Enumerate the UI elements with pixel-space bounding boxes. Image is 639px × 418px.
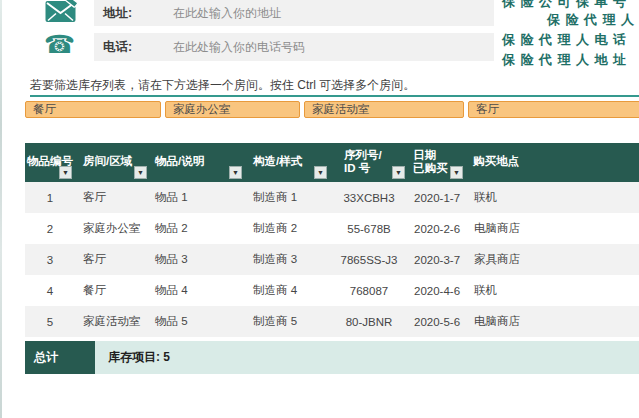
cell-room[interactable]: 餐厅: [75, 283, 150, 298]
filter-dropdown-icon[interactable]: [450, 166, 463, 179]
header-date-purchased: 日期 已购买: [408, 143, 466, 182]
cell-make[interactable]: 制造商 4: [245, 283, 330, 298]
header-serial-id: 序列号/ ID 号: [330, 143, 408, 182]
filter-dropdown-icon[interactable]: [229, 166, 242, 179]
cell-item-number[interactable]: 5: [25, 316, 75, 328]
cell-date[interactable]: 2020-3-7: [408, 254, 466, 266]
cell-serial[interactable]: 33XCBH3: [330, 192, 408, 204]
cell-room[interactable]: 家庭办公室: [75, 221, 150, 236]
header-item-number: 物品编号: [25, 143, 75, 182]
cell-room[interactable]: 客厅: [75, 190, 150, 205]
cell-place[interactable]: 联机: [466, 283, 639, 298]
address-row: 地址: 在此处输入你的地址: [94, 0, 494, 26]
cell-place[interactable]: 电脑商店: [466, 221, 639, 236]
table-row: 5 家庭活动室 物品 5 制造商 5 80-JBNR 2020-5-6 电脑商店: [25, 306, 639, 337]
phone-input[interactable]: 在此处输入你的电话号码: [173, 39, 305, 56]
slicer-divider: [30, 95, 639, 97]
insurance-policy-number-label: 保险公司保单号: [502, 0, 632, 11]
slicer-dining-room[interactable]: 餐厅: [25, 101, 161, 118]
table-row: 3 客厅 物品 3 制造商 3 7865SS-J3 2020-3-7 家具商店: [25, 244, 639, 275]
cell-item-number[interactable]: 4: [25, 285, 75, 297]
total-label: 总计: [25, 341, 95, 374]
cell-serial[interactable]: 7865SS-J3: [330, 254, 408, 266]
insurance-agent-label: 保险代理人: [547, 11, 639, 29]
cell-item[interactable]: 物品 3: [150, 252, 245, 267]
header-purchase-place: 购买地点: [466, 143, 639, 182]
filter-hint: 若要筛选库存列表，请在下方选择一个房间。按住 Ctrl 可选择多个房间。: [30, 77, 415, 94]
cell-date[interactable]: 2020-5-6: [408, 316, 466, 328]
envelope-icon: [45, 0, 78, 28]
slicer-living-room[interactable]: 客厅: [468, 101, 639, 118]
phone-row: 电话: 在此处输入你的电话号码: [94, 33, 494, 61]
total-count: 库存项目: 5: [95, 341, 639, 374]
filter-dropdown-icon[interactable]: [59, 166, 72, 179]
table-row: 1 客厅 物品 1 制造商 1 33XCBH3 2020-1-7 联机: [25, 182, 639, 213]
cell-serial[interactable]: 55-678B: [330, 223, 408, 235]
address-label: 地址:: [94, 5, 173, 22]
cell-item[interactable]: 物品 5: [150, 314, 245, 329]
cell-item-number[interactable]: 3: [25, 254, 75, 266]
cell-item[interactable]: 物品 1: [150, 190, 245, 205]
table-row: 4 餐厅 物品 4 制造商 4 768087 2020-4-6 联机: [25, 275, 639, 306]
insurance-agent-address-label: 保险代理人地址: [502, 51, 632, 69]
address-input[interactable]: 在此处输入你的地址: [173, 5, 281, 22]
insurance-agent-phone-label: 保险代理人电话: [502, 31, 632, 49]
cell-item-number[interactable]: 1: [25, 192, 75, 204]
cell-item-number[interactable]: 2: [25, 223, 75, 235]
cell-date[interactable]: 2020-4-6: [408, 285, 466, 297]
sheet-left-edge: [0, 0, 2, 418]
cell-make[interactable]: 制造商 1: [245, 190, 330, 205]
cell-make[interactable]: 制造商 2: [245, 221, 330, 236]
slicer-family-room[interactable]: 家庭活动室: [304, 101, 464, 118]
phone-icon: ☎: [44, 31, 75, 58]
cell-item[interactable]: 物品 4: [150, 283, 245, 298]
header-room-area: 房间/区域: [75, 143, 150, 182]
cell-make[interactable]: 制造商 3: [245, 252, 330, 267]
cell-room[interactable]: 客厅: [75, 252, 150, 267]
phone-label: 电话:: [94, 39, 173, 56]
table-row: 2 家庭办公室 物品 2 制造商 2 55-678B 2020-2-6 电脑商店: [25, 213, 639, 244]
table-header-row: 物品编号 房间/区域 物品/说明 构造/样式 序列号/ ID 号 日期 已购买: [25, 143, 639, 182]
cell-make[interactable]: 制造商 5: [245, 314, 330, 329]
cell-place[interactable]: 电脑商店: [466, 314, 639, 329]
cell-place[interactable]: 家具商店: [466, 252, 639, 267]
filter-dropdown-icon[interactable]: [134, 166, 147, 179]
cell-serial[interactable]: 768087: [330, 285, 408, 297]
filter-dropdown-icon[interactable]: [392, 166, 405, 179]
cell-item[interactable]: 物品 2: [150, 221, 245, 236]
cell-place[interactable]: 联机: [466, 190, 639, 205]
room-slicer-group: 餐厅 家庭办公室 家庭活动室 客厅: [25, 101, 639, 118]
filter-dropdown-icon[interactable]: [314, 166, 327, 179]
slicer-home-office[interactable]: 家庭办公室: [165, 101, 300, 118]
header-item-description: 物品/说明: [150, 143, 245, 182]
cell-room[interactable]: 家庭活动室: [75, 314, 150, 329]
cell-serial[interactable]: 80-JBNR: [330, 316, 408, 328]
inventory-table: 物品编号 房间/区域 物品/说明 构造/样式 序列号/ ID 号 日期 已购买: [25, 143, 639, 374]
cell-date[interactable]: 2020-2-6: [408, 223, 466, 235]
header-make-style: 构造/样式: [245, 143, 330, 182]
total-row: 总计 库存项目: 5: [25, 341, 639, 374]
cell-date[interactable]: 2020-1-7: [408, 192, 466, 204]
